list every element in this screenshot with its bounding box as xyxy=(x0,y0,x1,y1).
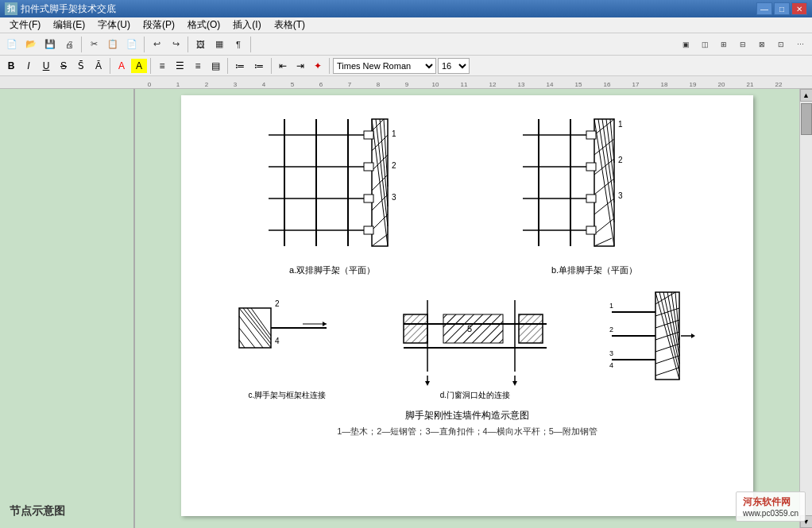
ruler-mark: 4 xyxy=(249,81,278,88)
menu-file[interactable]: 文件(F) xyxy=(3,17,47,33)
tb-extra-6[interactable]: ⊡ xyxy=(772,36,790,53)
copy-button[interactable]: 📋 xyxy=(104,36,122,53)
svg-rect-19 xyxy=(364,131,373,139)
menu-table[interactable]: 表格(T) xyxy=(268,17,311,33)
tb-extra-5[interactable]: ⊠ xyxy=(753,36,771,53)
menubar: 文件(F) 编辑(E) 字体(U) 段落(P) 格式(O) 插入(I) 表格(T… xyxy=(0,17,812,33)
tb-extra-4[interactable]: ⊟ xyxy=(734,36,752,53)
scroll-thumb[interactable] xyxy=(801,103,812,135)
svg-rect-46 xyxy=(586,163,596,171)
scaffold-double-svg: 1 2 3 xyxy=(261,111,404,262)
minimize-button[interactable]: — xyxy=(756,2,772,15)
font-size-select[interactable]: 16 xyxy=(438,58,470,74)
menu-insert[interactable]: 插入(I) xyxy=(226,17,267,33)
tb-extra-1[interactable]: ▣ xyxy=(677,36,694,53)
maximize-button[interactable]: □ xyxy=(774,2,790,15)
align-left-button[interactable]: ≡ xyxy=(154,59,170,73)
bottom-mid-label: d.门窗洞口处的连接 xyxy=(396,390,555,401)
drawing-top-left: 1 2 3 a.双排脚手架（平面） xyxy=(261,111,404,276)
scrollbar[interactable]: ▲ ▼ xyxy=(799,89,812,528)
menu-font[interactable]: 字体(U) xyxy=(91,17,137,33)
cut-button[interactable]: ✂ xyxy=(85,36,102,53)
svg-text:3: 3 xyxy=(609,349,613,357)
ruler-mark: 18 xyxy=(650,81,679,88)
format-sep5 xyxy=(329,58,330,74)
print-button[interactable]: 🖨 xyxy=(60,36,78,53)
menu-edit[interactable]: 编辑(E) xyxy=(47,17,91,33)
undo-button[interactable]: ↩ xyxy=(148,36,165,53)
italic-button[interactable]: I xyxy=(21,59,37,73)
ruler-mark: 19 xyxy=(679,81,707,88)
svg-line-82 xyxy=(663,292,679,364)
svg-text:3: 3 xyxy=(618,191,623,200)
highlight-button[interactable]: A xyxy=(131,59,147,73)
svg-text:2: 2 xyxy=(609,326,613,333)
ruler-mark: 21 xyxy=(736,81,764,88)
redo-button[interactable]: ↪ xyxy=(167,36,184,53)
svg-marker-77 xyxy=(512,381,517,386)
align-right-button[interactable]: ≡ xyxy=(190,59,206,73)
menu-paragraph[interactable]: 段落(P) xyxy=(137,17,181,33)
window-title: 扣件式脚手架技术交底 xyxy=(21,2,756,16)
image-button[interactable]: 🖼 xyxy=(191,36,209,53)
svg-line-44 xyxy=(594,238,612,246)
svg-rect-20 xyxy=(364,163,373,171)
ruler-mark: 12 xyxy=(478,81,507,88)
menu-format[interactable]: 格式(O) xyxy=(181,17,226,33)
svg-line-59 xyxy=(239,340,245,348)
tb-extra-3[interactable]: ⊞ xyxy=(715,36,733,53)
format-sep2 xyxy=(150,58,151,74)
svg-text:4: 4 xyxy=(609,361,613,369)
svg-rect-22 xyxy=(364,226,373,234)
open-button[interactable]: 📂 xyxy=(22,36,40,53)
strikethrough-button[interactable]: S xyxy=(56,59,72,73)
toolbar-main: 📄 📂 💾 🖨 ✂ 📋 📄 ↩ ↪ 🖼 ▦ ¶ ▣ ◫ ⊞ ⊟ ⊠ ⊡ ⋯ xyxy=(0,33,812,56)
svg-line-42 xyxy=(594,198,614,214)
brand-label: 河东软件网 xyxy=(743,495,798,509)
format-btn-1[interactable]: S̄ xyxy=(73,59,89,73)
svg-marker-62 xyxy=(323,322,327,326)
svg-text:2: 2 xyxy=(392,161,396,170)
format-sep3 xyxy=(227,58,228,74)
indent-inc-button[interactable]: ⇥ xyxy=(292,59,308,73)
underline-button[interactable]: U xyxy=(38,59,54,73)
align-center-button[interactable]: ☰ xyxy=(172,59,188,73)
ruler-mark: 20 xyxy=(707,81,736,88)
drawing-bottom-right: 1 2 3 4 xyxy=(608,284,703,390)
document-area[interactable]: 1 2 3 a.双排脚手架（平面） xyxy=(135,89,799,528)
paste-button[interactable]: 📄 xyxy=(123,36,141,53)
svg-line-40 xyxy=(594,159,614,175)
justify-button[interactable]: ▤ xyxy=(207,59,224,73)
ruler-mark: 5 xyxy=(278,81,307,88)
save-button[interactable]: 💾 xyxy=(41,36,59,53)
bold-button[interactable]: B xyxy=(3,59,19,73)
list-ol-button[interactable]: ≔ xyxy=(250,59,268,73)
watermark: 河东软件网 www.pc0359.cn xyxy=(736,491,806,522)
indent-dec-button[interactable]: ⇤ xyxy=(275,59,291,73)
tb-extra-7[interactable]: ⋯ xyxy=(791,36,809,53)
list-ul-button[interactable]: ≔ xyxy=(231,59,249,73)
text-color-button[interactable]: A xyxy=(114,59,130,73)
svg-line-18 xyxy=(372,234,388,246)
ruler-mark: 1 xyxy=(164,81,192,88)
svg-text:4: 4 xyxy=(275,337,280,345)
font-name-select[interactable]: Times New Roman xyxy=(333,58,436,74)
format-btn-2[interactable]: Ā xyxy=(91,59,106,73)
svg-rect-21 xyxy=(364,195,373,202)
ruler-mark: 6 xyxy=(307,81,335,88)
ruler-mark: 8 xyxy=(364,81,392,88)
close-button[interactable]: ✕ xyxy=(791,2,807,15)
scaffold-column-svg: 2 4 xyxy=(231,284,342,387)
tb-extra-2[interactable]: ◫ xyxy=(696,36,713,53)
document-page: 1 2 3 a.双排脚手架（平面） xyxy=(181,95,753,516)
table-button[interactable]: ▦ xyxy=(211,36,228,53)
new-button[interactable]: 📄 xyxy=(3,36,21,53)
format-sep4 xyxy=(271,58,272,74)
paragraph-button[interactable]: ¶ xyxy=(230,36,247,53)
titlebar: 扣 扣件式脚手架技术交底 — □ ✕ xyxy=(0,0,812,17)
ruler-mark: 14 xyxy=(536,81,564,88)
scroll-track[interactable] xyxy=(800,102,812,515)
clear-format-button[interactable]: ✦ xyxy=(310,59,326,73)
svg-line-35 xyxy=(602,119,614,202)
scroll-up-button[interactable]: ▲ xyxy=(800,89,813,102)
